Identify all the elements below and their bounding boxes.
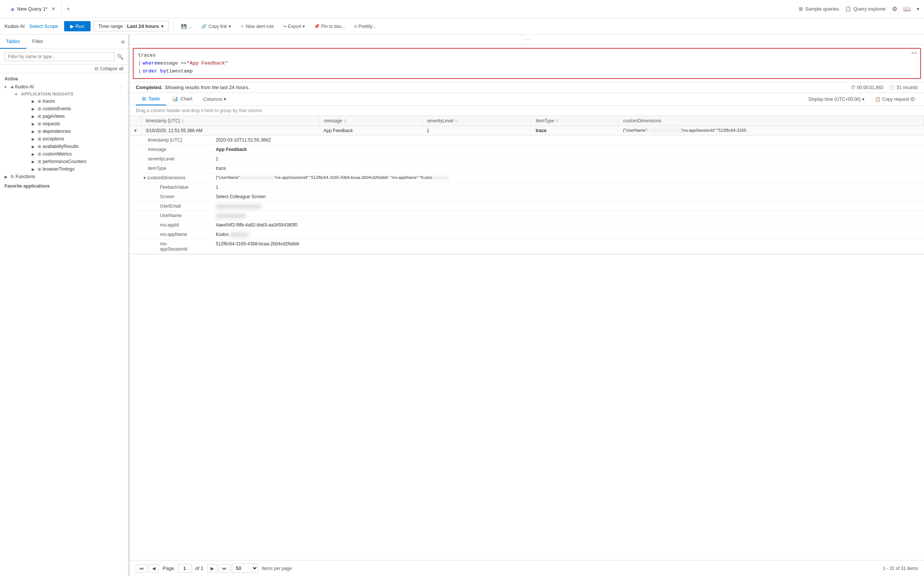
query-editor[interactable]: traces | where message == "App Feedback"… [133, 48, 921, 79]
sidebar-item-availabilityResults[interactable]: ▶ ⊞ availabilityResults [27, 143, 128, 150]
sample-queries-button[interactable]: ⊞ Sample queries [799, 6, 839, 12]
sidebar-item-customEvents[interactable]: ▶ ⊞ customEvents [27, 105, 128, 112]
toolbar: Kudos-AI Select Scope ▶ Run Time range :… [0, 18, 924, 35]
table-body: ▾ 3/10/2020, 11:51:55.366 AM App Feedbac… [130, 126, 924, 254]
tab-close-button[interactable]: ✕ [51, 6, 56, 12]
detail-cell: timestamp [UTC] 2020-03-10T11:51:55.366Z… [130, 136, 924, 254]
row-expand-icon: ▾ [134, 128, 137, 133]
gear-icon: ⚙ [892, 5, 897, 13]
tab-chart[interactable]: 📊 Chart [166, 93, 198, 105]
chart-tab-label: Chart [180, 96, 192, 102]
run-button[interactable]: ▶ Run [64, 21, 90, 31]
sidebar-item-exceptions[interactable]: ▶ ⊞ exceptions [27, 135, 128, 143]
result-time: ⏱ 00:00:01.883 [851, 85, 883, 90]
message-filter-icon[interactable]: ▽ [344, 119, 347, 123]
sub-key-feedbackvalue: FeebackValue [130, 183, 198, 192]
collapse-query-button[interactable]: ⌃⌃ [911, 50, 917, 59]
prettify-button[interactable]: ≡ Prettify... [351, 22, 379, 30]
display-time-button[interactable]: Display time (UTC+00:00) ▾ [806, 95, 867, 103]
sub-key-screen: Screen [130, 192, 198, 202]
detail-table: timestamp [UTC] 2020-03-10T11:51:55.366Z… [130, 136, 924, 254]
add-tab-button[interactable]: + [62, 6, 74, 13]
sidebar: Tables Filter « 🔍 ⊟ Collapse all Active … [0, 35, 128, 576]
query-pipe-2: | [138, 67, 141, 75]
page-input[interactable] [178, 564, 191, 573]
collapse-all-label: Collapse all [100, 66, 123, 71]
sample-queries-icon: ⊞ [799, 6, 803, 12]
tab-title: New Query 1* [17, 6, 48, 12]
workspace-item[interactable]: ▾ ◈ Kudos-AI ☆ [0, 83, 128, 91]
table-row[interactable]: ▾ 3/10/2020, 11:51:55.366 AM App Feedbac… [130, 126, 924, 136]
results-table: timestamp [UTC] ▽ message ▽ [130, 116, 924, 254]
detail-item-customdim[interactable]: ▾ customDimensions {"UserName": ,"ms-app… [130, 173, 924, 183]
table-label: traces [43, 99, 123, 104]
save-button[interactable]: 💾 ... [178, 22, 195, 30]
app-insights-header-item[interactable]: ▾ APPLICATION INSIGHTS [11, 91, 128, 98]
severity-filter-icon[interactable]: ▽ [455, 119, 458, 123]
itemtype-filter-icon[interactable]: ▽ [556, 119, 559, 123]
alert-icon: ＋ [240, 23, 244, 29]
sidebar-collapse-button[interactable]: « [118, 38, 128, 46]
time-range-button[interactable]: Time range : Showing results from the la… [94, 21, 169, 31]
new-alert-button[interactable]: ＋ New alert rule [237, 21, 277, 31]
pin-button[interactable]: 📌 Pin to das... [311, 22, 348, 30]
detail-value-severity: 1 [198, 154, 924, 164]
table-icon: ⊞ [38, 114, 41, 119]
copy-request-id-button[interactable]: 📋 Copy request ID [872, 95, 918, 103]
col-customDimensions: customDimensions [618, 116, 924, 126]
tab-table[interactable]: ⊞ Table [136, 93, 166, 105]
sidebar-item-customMetrics[interactable]: ▶ ⊞ customMetrics [27, 150, 128, 158]
query-string-value: "App Feedback" [187, 60, 228, 67]
timestamp-filter-icon[interactable]: ▽ [182, 119, 185, 123]
items-per-page-select[interactable]: 50 100 200 [231, 563, 258, 573]
sidebar-item-performanceCounters[interactable]: ▶ ⊞ performanceCounters [27, 158, 128, 165]
tab-tables[interactable]: Tables [0, 35, 26, 49]
cell-timestamp: 3/10/2020, 11:51:55.366 AM [141, 126, 319, 136]
app-insights-label: APPLICATION INSIGHTS [21, 92, 73, 96]
sub-key-msappsessionid: ms-appSessionId [130, 239, 198, 254]
search-icon[interactable]: 🔍 [117, 54, 123, 60]
sidebar-item-browserTimings[interactable]: ▶ ⊞ browserTimings [27, 165, 128, 173]
next-page-button[interactable]: ▶ [207, 564, 217, 573]
query-explorer-button[interactable]: 📋 Query explorer [845, 6, 886, 12]
customdim-expand[interactable]: ▾ customDimensions [144, 175, 193, 181]
timestamp-col-label: timestamp [UTC] [146, 118, 180, 123]
tab-filter[interactable]: Filter [26, 35, 49, 49]
search-input[interactable] [5, 52, 115, 61]
detail-item-timestamp: timestamp [UTC] 2020-03-10T11:51:55.366Z [130, 136, 924, 145]
status-text: Showing results from the last 24 hours. [165, 85, 250, 90]
table-traces: ▶ ⊞ traces [11, 98, 128, 105]
of-label: of 1 [193, 565, 206, 571]
collapse-all-button[interactable]: ⊟ Collapse all [95, 66, 123, 71]
sample-queries-label: Sample queries [805, 6, 839, 12]
sidebar-item-dependencies[interactable]: ▶ ⊞ dependencies [27, 128, 128, 135]
columns-button[interactable]: Columns ▾ [198, 93, 231, 105]
expand-icon: ▶ [32, 114, 36, 118]
sub-value-feedbackvalue: 1 [198, 183, 924, 192]
sidebar-item-functions[interactable]: ▶ fx Functions [0, 173, 128, 181]
active-tab[interactable]: ◈ New Query 1* ✕ [5, 0, 62, 18]
table-icon: ⊞ [38, 137, 41, 142]
settings-button[interactable]: ⚙ [892, 5, 897, 13]
col-timestamp: timestamp [UTC] ▽ [141, 116, 319, 126]
collapse-indicator[interactable]: ··· [130, 35, 924, 45]
book-button[interactable]: 📖 [903, 5, 911, 13]
sidebar-item-traces[interactable]: ▶ ⊞ traces [27, 98, 128, 105]
results-tabs: ⊞ Table 📊 Chart Columns ▾ Display time (… [130, 93, 924, 106]
select-scope-button[interactable]: Select Scope [29, 23, 58, 29]
chevron-down-button[interactable]: ▾ [917, 6, 919, 12]
copy-link-button[interactable]: 🔗 Copy link ▾ [198, 22, 233, 30]
export-button[interactable]: ↪ Export ▾ [280, 22, 308, 30]
favorite-star-icon[interactable]: ☆ [119, 84, 123, 90]
sub-key-username: UserName [130, 211, 198, 221]
drag-hint: Drag a column header and drop it here to… [130, 106, 924, 116]
sidebar-item-pageViews[interactable]: ▶ ⊞ pageViews [27, 112, 128, 120]
prev-page-button[interactable]: ◀ [148, 564, 159, 573]
status-right: ⏱ 00:00:01.883 📄 31 records [851, 85, 918, 90]
workspace-label: Kudos-AI [15, 84, 118, 90]
sidebar-item-requests[interactable]: ▶ ⊞ requests [27, 120, 128, 128]
last-page-button[interactable]: ⏭ [219, 564, 230, 573]
row-expand-cell[interactable]: ▾ [130, 126, 141, 136]
first-page-button[interactable]: ⏮ [136, 564, 147, 573]
chart-icon: 📊 [172, 96, 178, 102]
